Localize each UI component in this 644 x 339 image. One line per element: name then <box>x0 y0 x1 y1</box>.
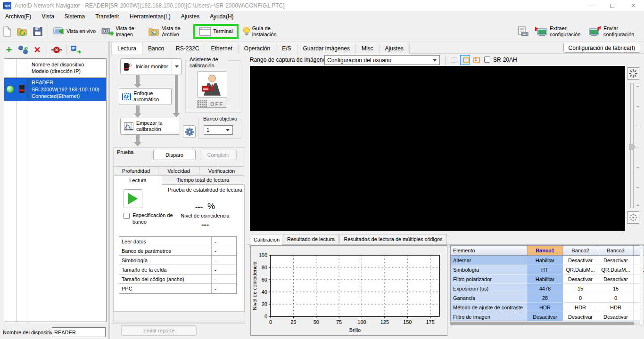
capture-preset-select[interactable]: Configuración del usuario <box>324 55 440 65</box>
capture-bank-range-button[interactable]: 1 <box>471 55 481 65</box>
target-bank-select[interactable]: 1 <box>204 125 233 135</box>
live-view-button[interactable]: Vista en vivo <box>51 26 98 37</box>
menu-herramientas[interactable]: Herramientas(L) <box>124 13 176 20</box>
complete-test-button[interactable]: Completo <box>200 150 237 160</box>
menu-ayuda[interactable]: Ayuda(H) <box>205 13 239 20</box>
tab-resultado-lectura[interactable]: Resultado de lectura <box>283 234 339 244</box>
restore-icon <box>610 4 614 8</box>
tab-lectura[interactable]: Lectura <box>111 42 142 54</box>
table-row[interactable]: Ganancia 28 0 0 0 <box>451 293 644 303</box>
menu-ajustes[interactable]: Ajustes <box>176 13 205 20</box>
printer-icon <box>518 26 529 37</box>
report-print-button[interactable] <box>515 25 531 38</box>
capture-custom-range-button[interactable] <box>460 55 470 65</box>
menu-vista[interactable]: Vista <box>36 13 59 20</box>
flow-arrow <box>136 75 140 84</box>
table-row[interactable]: Método de ajuste de contraste HDR HDR HD… <box>451 303 644 312</box>
tab-calibracion[interactable]: Calibración <box>251 234 282 245</box>
test-tab-velocidad[interactable]: Velocidad <box>158 166 199 175</box>
table-row[interactable]: Exposición (us) 4478 15 15 15 <box>451 284 644 293</box>
device-list-header-line1: Nombre del dispositivo <box>32 61 84 68</box>
row-value: - <box>212 246 236 255</box>
tab-banco[interactable]: Banco <box>142 43 170 54</box>
bank-table-hscrollbar[interactable] <box>450 322 640 325</box>
autofocus-button[interactable]: AF Enfoque automático <box>119 88 172 105</box>
capture-full-range-button[interactable] <box>449 55 459 65</box>
sr20ah-label: SR-20AH <box>493 56 517 63</box>
calibration-settings-button[interactable] <box>183 125 196 138</box>
tab-operacion[interactable]: Operación <box>238 43 276 54</box>
table-row[interactable]: Simbología ITF QR,DataM... QR,DataM... Q… <box>451 265 644 274</box>
start-calibration-label: Empezar la calibración <box>136 120 175 132</box>
device-panel: + ⟲ ✕ ✕ IP➜ Nombre del dispositivo Model… <box>0 41 110 339</box>
save-button[interactable] <box>31 26 45 37</box>
tab-ethernet[interactable]: Ethernet <box>205 43 238 54</box>
table-row[interactable]: Alternar Habilitar Desactivar Desactivar… <box>451 256 644 265</box>
factory-reset-button[interactable]: Configuración de fábrica(I) <box>563 43 640 53</box>
brightness-up-button[interactable] <box>627 67 639 80</box>
test-tab-verificacion[interactable]: Verificación <box>199 166 244 175</box>
col-banco2[interactable]: Banco2 <box>563 246 598 255</box>
camera-image-view[interactable] <box>250 66 625 231</box>
tab-misc[interactable]: Misc <box>355 43 380 54</box>
image-view-button[interactable]: Vista de Imagen <box>99 24 145 38</box>
ip-settings-button[interactable]: IP➜ <box>69 44 83 56</box>
device-row[interactable]: READER SR-2000W(192.168.100.100) Connect… <box>4 78 106 101</box>
tab-ajustes[interactable]: Ajustes <box>379 43 410 54</box>
col-banco3[interactable]: Banco3 <box>598 246 634 255</box>
open-file-button[interactable] <box>15 26 30 37</box>
row-value: - <box>212 237 236 246</box>
delete-device-button[interactable]: ✕ <box>30 44 44 56</box>
install-guide-button[interactable]: Guía de instalación <box>240 24 282 38</box>
brightness-bright-icon <box>629 69 637 78</box>
assistant-off-toggle[interactable]: OFF <box>197 100 227 108</box>
svg-text:75: 75 <box>336 319 342 325</box>
new-file-button[interactable] <box>0 25 14 38</box>
svg-text:80: 80 <box>262 265 267 270</box>
bank-table-vscrollbar[interactable] <box>640 245 644 325</box>
extract-config-button[interactable]: Extraer configuración <box>532 24 585 38</box>
terminal-icon <box>199 27 211 36</box>
menu-transferir[interactable]: Transferir <box>90 13 124 20</box>
brightness-down-button[interactable] <box>627 211 639 224</box>
connected-led-icon <box>6 85 14 93</box>
tab-guardar-imagenes[interactable]: Guardar imágenes <box>297 43 356 54</box>
tab-rs232c[interactable]: RS-232C <box>170 43 205 54</box>
restore-button[interactable] <box>602 0 623 11</box>
send-config-button[interactable]: Enviar configuración <box>586 24 639 38</box>
test-tab-lectura[interactable]: Lectura <box>114 175 162 185</box>
col-banco1[interactable]: Banco1 <box>528 246 563 255</box>
calibration-assistant-button[interactable] <box>197 71 227 98</box>
trigger-test-button[interactable]: Disparo <box>153 150 196 160</box>
tab-es[interactable]: E/S <box>276 43 297 54</box>
bank-spec-checkbox[interactable] <box>124 213 130 219</box>
add-device-button[interactable]: + <box>2 44 16 56</box>
row-value: - <box>212 265 236 274</box>
emit-report-button[interactable]: Emitir reporte <box>121 325 197 336</box>
sync-gears-icon: ⟲ <box>18 46 28 54</box>
test-tab-tiempo-total[interactable]: Tiempo total de lectura <box>162 175 244 185</box>
table-row[interactable]: Filtro polarizador Habilitar Desactivar … <box>451 274 644 284</box>
row-label: Simbología <box>119 256 212 265</box>
gear-icon <box>185 128 194 136</box>
table-row: Leer datos- <box>119 237 236 246</box>
refresh-devices-button[interactable]: ⟲ <box>16 44 30 56</box>
device-name-input[interactable] <box>52 327 106 337</box>
start-calibration-button[interactable]: Empezar la calibración <box>120 118 180 135</box>
run-test-button[interactable] <box>124 189 142 208</box>
svg-text:40: 40 <box>262 289 267 295</box>
close-button[interactable]: × <box>623 0 644 11</box>
main-tab-strip: LecturaBancoRS-232CEthernetOperaciónE/SG… <box>111 41 644 54</box>
start-monitor-button[interactable]: Iniciar monitor <box>120 58 182 74</box>
minimize-button[interactable] <box>580 0 602 11</box>
test-tab-profundidad[interactable]: Profundidad <box>114 166 158 175</box>
terminal-button[interactable]: Terminal <box>197 26 235 37</box>
tab-resultados-multiples[interactable]: Resultados de lectura de múltiples códig… <box>339 234 447 244</box>
menu-sistema[interactable]: Sistema <box>59 13 90 20</box>
menu-archivo[interactable]: Archivo(F) <box>0 13 36 20</box>
file-view-button[interactable]: Vista de Archivo <box>146 24 191 38</box>
sr20ah-checkbox[interactable] <box>484 56 490 63</box>
start-monitor-dropdown[interactable] <box>172 59 181 74</box>
table-row[interactable]: Filtro de imagen Desactivar Desactivar D… <box>451 312 644 321</box>
disconnect-device-button[interactable]: ✕ <box>50 44 64 56</box>
